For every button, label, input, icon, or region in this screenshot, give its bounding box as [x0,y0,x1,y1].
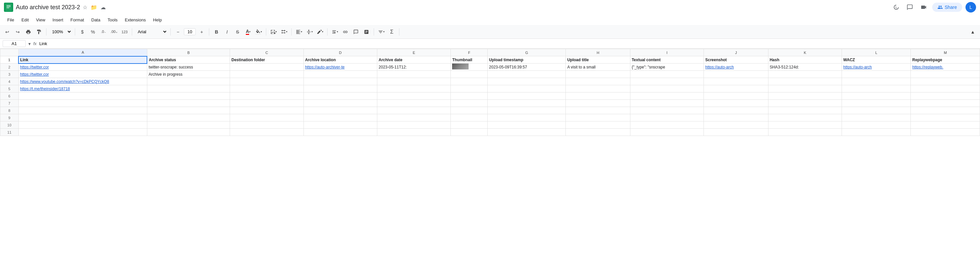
comments-button[interactable] [905,2,915,13]
cell-r6-c2[interactable] [230,92,304,100]
col-header-i[interactable]: I [630,49,703,56]
cell-r4-c10[interactable] [768,78,842,85]
col-header-e[interactable]: E [377,49,451,56]
cell-r5-c7[interactable] [566,85,630,92]
cell-r9-c4[interactable] [377,114,451,121]
cell-r10-c3[interactable] [304,121,377,129]
cell-r7-c9[interactable] [704,100,768,107]
cell-r4-c12[interactable] [911,78,980,85]
menu-help[interactable]: Help [150,16,165,24]
cell-r3-c10[interactable] [768,71,842,78]
cell-r2-c3[interactable]: https://auto-archiver-te [304,64,377,71]
cell-r11-c7[interactable] [566,129,630,136]
cell-r11-c9[interactable] [704,129,768,136]
cell-r3-c4[interactable] [377,71,451,78]
redo-button[interactable]: ↪ [13,27,22,37]
col-header-g[interactable]: G [488,49,566,56]
header-cell-2[interactable]: Destination folder [230,56,304,64]
cell-r8-c7[interactable] [566,107,630,114]
cell-r6-c4[interactable] [377,92,451,100]
header-cell-4[interactable]: Archive date [377,56,451,64]
bold-button[interactable]: B [212,27,221,37]
cell-r3-c12[interactable] [911,71,980,78]
cell-r6-c6[interactable] [488,92,566,100]
font-color-button[interactable]: A ▾ [243,27,253,37]
cell-r8-c11[interactable] [842,107,911,114]
cell-r10-c12[interactable] [911,121,980,129]
cell-r7-c1[interactable] [147,100,230,107]
cell-r9-c11[interactable] [842,114,911,121]
cell-r10-c2[interactable] [230,121,304,129]
header-cell-1[interactable]: Archive status [147,56,230,64]
header-cell-12[interactable]: Replaywebpage [911,56,980,64]
cell-r5-c1[interactable] [147,85,230,92]
cell-r9-c10[interactable] [768,114,842,121]
more-formats-button[interactable]: 123 [120,27,129,37]
font-size-decrease-button[interactable]: − [173,27,183,37]
cell-r9-c8[interactable] [630,114,703,121]
col-header-a[interactable]: A [19,49,147,56]
cell-r9-c5[interactable] [451,114,488,121]
cell-r2-c9[interactable]: https://auto-arch [704,64,768,71]
cell-r10-c6[interactable] [488,121,566,129]
cell-r8-c8[interactable] [630,107,703,114]
cell-r2-c2[interactable] [230,64,304,71]
cell-r2-c8[interactable]: {"_type": "snscrape [630,64,703,71]
cell-r11-c6[interactable] [488,129,566,136]
cell-r4-c1[interactable] [147,78,230,85]
cell-r2-c5[interactable] [451,64,488,71]
text-rotate-button[interactable]: ▾ [315,27,325,37]
cell-r7-c6[interactable] [488,100,566,107]
cell-r7-c4[interactable] [377,100,451,107]
cell-r2-c4[interactable]: 2023-05-11T12: [377,64,451,71]
cell-r2-c1[interactable]: twitter-snscrape: success [147,64,230,71]
cell-r9-c9[interactable] [704,114,768,121]
cell-r4-c9[interactable] [704,78,768,85]
font-select[interactable]: Arial Times New Roman Courier New Georgi… [135,28,168,35]
cell-r8-c2[interactable] [230,107,304,114]
cell-r11-c11[interactable] [842,129,911,136]
cell-r10-c9[interactable] [704,121,768,129]
cell-r11-c3[interactable] [304,129,377,136]
cell-r8-c6[interactable] [488,107,566,114]
cell-r11-c4[interactable] [377,129,451,136]
menu-data[interactable]: Data [88,16,103,24]
menu-insert[interactable]: Insert [49,16,67,24]
decimal-increase-button[interactable]: .00₊ [110,27,119,37]
cell-r5-c6[interactable] [488,85,566,92]
header-cell-8[interactable]: Textual content [630,56,703,64]
cell-r2-c6[interactable]: 2023-05-09T16:39:57 [488,64,566,71]
sum-button[interactable]: Σ [387,27,396,37]
cell-r5-c2[interactable] [230,85,304,92]
cell-r8-c3[interactable] [304,107,377,114]
borders-button[interactable]: ▾ [269,27,278,37]
cell-r10-c8[interactable] [630,121,703,129]
menu-extensions[interactable]: Extensions [122,16,149,24]
header-cell-6[interactable]: Upload timestamp [488,56,566,64]
cell-r3-c1[interactable]: Archive in progress [147,71,230,78]
col-header-h[interactable]: H [566,49,630,56]
history-button[interactable] [891,2,901,13]
cell-r3-c0[interactable]: https://twitter.cor [19,71,147,78]
cell-r4-c8[interactable] [630,78,703,85]
cell-r8-c0[interactable] [19,107,147,114]
font-size-increase-button[interactable]: + [197,27,206,37]
cell-r3-c7[interactable] [566,71,630,78]
cell-r7-c5[interactable] [451,100,488,107]
collapse-toolbar-button[interactable]: ▲ [968,27,977,37]
col-header-j[interactable]: J [704,49,768,56]
italic-button[interactable]: I [223,27,232,37]
cell-r4-c3[interactable] [304,78,377,85]
cell-r8-c10[interactable] [768,107,842,114]
cell-r6-c12[interactable] [911,92,980,100]
cell-r8-c4[interactable] [377,107,451,114]
user-avatar[interactable]: L [966,2,976,13]
cloud-save-icon[interactable]: ☁ [100,4,106,11]
cell-r6-c1[interactable] [147,92,230,100]
menu-file[interactable]: File [4,16,18,24]
video-button[interactable] [918,2,929,13]
cell-r7-c11[interactable] [842,100,911,107]
cell-r8-c5[interactable] [451,107,488,114]
cell-r11-c2[interactable] [230,129,304,136]
cell-r9-c0[interactable] [19,114,147,121]
